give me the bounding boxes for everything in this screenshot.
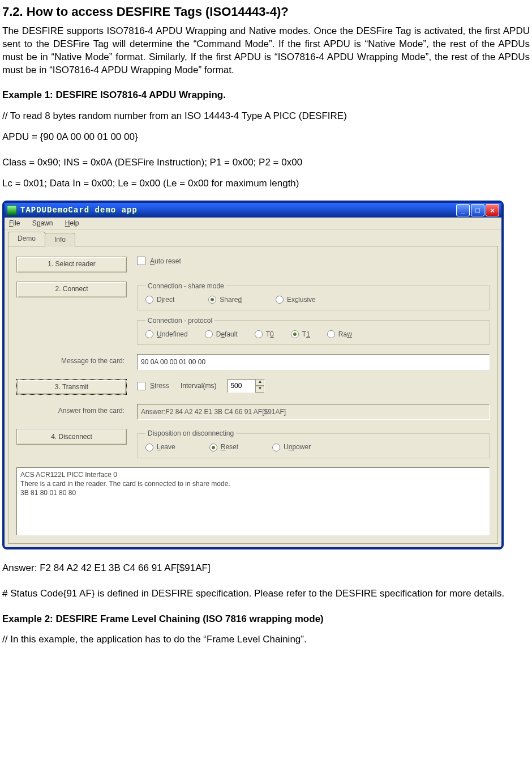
menu-bar: File Spawn Help xyxy=(5,218,501,229)
log-output[interactable]: ACS ACR122L PICC Interface 0 There is a … xyxy=(16,467,490,535)
radio-t0[interactable] xyxy=(255,330,263,338)
radio-leave[interactable] xyxy=(145,444,153,451)
minimize-icon: _ xyxy=(461,207,465,214)
tab-demo[interactable]: Demo xyxy=(8,232,45,245)
auto-reset-checkbox[interactable] xyxy=(137,257,145,265)
radio-shared[interactable] xyxy=(208,296,216,304)
label-unpower: Unpower xyxy=(284,442,311,451)
transmit-label: 3. Transmit xyxy=(55,382,88,391)
label-t1: T1 xyxy=(302,330,310,339)
intro-paragraph: The DESFIRE supports ISO7816-4 APDU Wrap… xyxy=(2,25,530,77)
select-reader-label: 1. Select reader xyxy=(48,259,96,269)
share-mode-group: Connection - share mode Direct Shared Ex… xyxy=(137,282,490,310)
message-label: Message to the card: xyxy=(16,354,127,365)
menu-help[interactable]: Help xyxy=(65,219,79,227)
select-reader-button[interactable]: 1. Select reader xyxy=(16,257,127,272)
spinner-up-icon[interactable]: ▲ xyxy=(255,379,264,386)
window-title: TAPDUDemoCard demo app xyxy=(20,205,456,216)
menu-spawn[interactable]: Spawn xyxy=(32,219,53,227)
radio-direct[interactable] xyxy=(145,296,153,304)
spinner-down-icon[interactable]: ▼ xyxy=(255,386,264,393)
answer-line: Answer: F2 84 A2 42 E1 3B C4 66 91 AF[$9… xyxy=(2,562,530,575)
interval-input[interactable] xyxy=(228,381,255,391)
label-shared: Shared xyxy=(220,295,242,304)
disconnect-label: 4. Disconnect xyxy=(51,432,92,441)
radio-t1[interactable] xyxy=(291,330,299,338)
share-mode-legend: Connection - share mode xyxy=(145,282,226,291)
connect-label: 2. Connect xyxy=(55,284,88,293)
message-input[interactable]: 90 0A 00 00 01 00 00 xyxy=(137,354,490,370)
label-leave: Leave xyxy=(157,442,175,451)
example2-title: Example 2: DESFIRE Frame Level Chaining … xyxy=(2,613,530,626)
disposition-group: Disposition on disconnecting Leave Reset… xyxy=(137,429,490,458)
answer-label: Answer from the card: xyxy=(16,404,127,415)
radio-raw[interactable] xyxy=(327,330,335,338)
interval-spinner[interactable]: ▲ ▼ xyxy=(228,379,265,393)
app-icon xyxy=(7,205,17,215)
demo-panel: 1. Select reader Auto reset 2. Connect C… xyxy=(8,246,498,544)
radio-default[interactable] xyxy=(205,330,213,338)
connect-button[interactable]: 2. Connect xyxy=(16,282,127,297)
radio-undefined[interactable] xyxy=(145,330,153,338)
label-exclusive: Exclusive xyxy=(287,295,316,304)
tab-info[interactable]: Info xyxy=(45,233,75,246)
disposition-legend: Disposition on disconnecting xyxy=(145,429,236,438)
stress-checkbox[interactable] xyxy=(137,382,145,390)
label-default: Default xyxy=(216,330,238,339)
maximize-icon: □ xyxy=(475,207,480,214)
maximize-button[interactable]: □ xyxy=(471,204,484,216)
example1-line1: // To read 8 bytes random number from an… xyxy=(2,110,530,123)
minimize-button[interactable]: _ xyxy=(456,204,470,216)
radio-reset[interactable] xyxy=(209,444,217,451)
auto-reset-label: Auto reset xyxy=(150,257,181,266)
radio-unpower[interactable] xyxy=(272,444,280,451)
section-heading: 7.2. How to access DESFIRE Tags (ISO1444… xyxy=(2,3,530,20)
stress-label: Stress xyxy=(150,381,169,390)
label-direct: Direct xyxy=(157,295,174,304)
tab-strip: Demo Info xyxy=(5,229,501,245)
label-t0: T0 xyxy=(266,330,274,339)
label-reset: Reset xyxy=(221,442,238,451)
disconnect-button[interactable]: 4. Disconnect xyxy=(16,429,127,445)
status-note: # Status Code{91 AF} is defined in DESFI… xyxy=(2,587,530,600)
radio-exclusive[interactable] xyxy=(276,296,284,304)
app-window: TAPDUDemoCard demo app _ □ × File Spawn … xyxy=(2,201,504,549)
menu-file[interactable]: File xyxy=(9,219,20,227)
example2-line1: // In this example, the application has … xyxy=(2,633,530,646)
interval-label: Interval(ms) xyxy=(181,381,216,390)
transmit-button[interactable]: 3. Transmit xyxy=(16,379,127,395)
example1-line4: Lc = 0x01; Data In = 0x00; Le = 0x00 (Le… xyxy=(2,177,530,190)
close-icon: × xyxy=(490,207,495,214)
protocol-group: Connection - protocol Undefined Default … xyxy=(137,316,490,345)
example1-line3: Class = 0x90; INS = 0x0A (DESFire Instru… xyxy=(2,156,530,169)
example1-title: Example 1: DESFIRE ISO7816-4 APDU Wrappi… xyxy=(2,89,530,102)
label-undefined: Undefined xyxy=(157,330,188,339)
example1-line2: APDU = {90 0A 00 00 01 00 00} xyxy=(2,131,530,144)
answer-output: Answer:F2 84 A2 42 E1 3B C4 66 91 AF[$91… xyxy=(137,404,490,420)
close-button[interactable]: × xyxy=(486,204,499,216)
protocol-legend: Connection - protocol xyxy=(145,316,214,325)
titlebar[interactable]: TAPDUDemoCard demo app _ □ × xyxy=(5,203,501,218)
label-raw: Raw xyxy=(338,330,352,339)
